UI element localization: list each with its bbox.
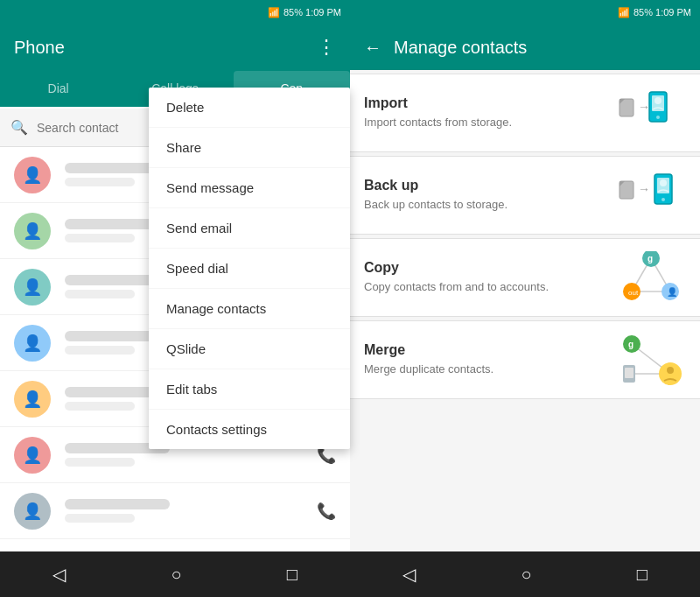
backup-desc: Back up contacts to storage. — [364, 197, 616, 213]
battery-icon-right: 85% 1:09 PM — [634, 7, 691, 18]
import-icon: → — [616, 87, 686, 139]
svg-text:out: out — [628, 289, 639, 297]
recent-button-right[interactable]: □ — [620, 556, 665, 593]
back-button[interactable]: ◁ — [35, 555, 83, 593]
back-button-right[interactable]: ◁ — [385, 555, 433, 593]
copy-title: Copy — [364, 260, 616, 276]
menu-item-contacts-settings[interactable]: Contacts settings — [149, 410, 350, 449]
phone-icon: 📞 — [317, 502, 336, 521]
app-bar-left: Phone ⋮ — [0, 25, 350, 70]
svg-text:g: g — [648, 254, 653, 263]
import-title: Import — [364, 95, 616, 111]
merge-title: Merge — [364, 342, 616, 358]
avatar: 👤 — [14, 381, 51, 418]
avatar: 👤 — [14, 493, 51, 530]
tab-dial[interactable]: Dial — [0, 71, 116, 106]
backup-info: Back up Back up contacts to storage. — [364, 178, 616, 213]
avatar: 👤 — [14, 213, 51, 249]
signal-icon-right: 📶 — [618, 7, 630, 18]
menu-item-send-email[interactable]: Send email — [149, 208, 350, 249]
avatar: 👤 — [14, 437, 51, 474]
avatar: 👤 — [14, 157, 51, 193]
home-button-right[interactable]: ○ — [503, 556, 549, 593]
svg-rect-28 — [625, 368, 634, 378]
svg-point-13 — [660, 179, 667, 186]
bottom-nav-left: ◁ ○ □ — [0, 551, 350, 597]
signal-icon: 📶 — [268, 7, 280, 18]
app-title: Phone — [14, 38, 317, 58]
import-card[interactable]: Import Import contacts from storage. → — [350, 74, 700, 152]
search-icon: 🔍 — [10, 119, 28, 136]
merge-icon: g — [616, 334, 686, 386]
status-bar-right: 📶 85% 1:09 PM — [350, 0, 700, 25]
menu-item-edit-tabs[interactable]: Edit tabs — [149, 369, 350, 410]
avatar: 👤 — [14, 325, 51, 362]
page-title: Manage contacts — [394, 38, 527, 58]
recent-button[interactable]: □ — [270, 556, 315, 593]
back-arrow[interactable]: ← — [364, 38, 382, 58]
contact-detail — [65, 178, 135, 186]
merge-card[interactable]: Merge Merge duplicate contacts. g — [350, 320, 700, 399]
contact-detail — [65, 290, 135, 298]
status-bar-left: 📶 85% 1:09 PM — [0, 0, 350, 25]
copy-info: Copy Copy contacts from and to accounts. — [364, 260, 616, 295]
menu-item-manage-contacts[interactable]: Manage contacts — [149, 289, 350, 329]
dropdown-menu: Delete Share Send message Send email Spe… — [149, 88, 350, 449]
backup-title: Back up — [364, 178, 616, 193]
copy-icon: g out 👤 — [616, 251, 686, 304]
svg-point-6 — [654, 97, 662, 104]
left-panel: 📶 85% 1:09 PM Phone ⋮ Dial Call logs Con… — [0, 0, 350, 597]
copy-card[interactable]: Copy Copy contacts from and to accounts.… — [350, 238, 700, 317]
menu-item-share[interactable]: Share — [149, 128, 350, 168]
svg-text:👤: 👤 — [667, 286, 678, 298]
contact-detail — [65, 346, 135, 355]
import-desc: Import contacts from storage. — [364, 115, 616, 130]
svg-text:→: → — [638, 182, 650, 196]
copy-desc: Copy contacts from and to accounts. — [364, 279, 616, 295]
contact-detail — [65, 458, 135, 467]
contact-info — [65, 499, 317, 523]
avatar: 👤 — [14, 269, 51, 306]
status-icons-right: 📶 85% 1:09 PM — [618, 7, 691, 18]
svg-text:→: → — [638, 100, 650, 114]
battery-icon: 85% 1:09 PM — [284, 7, 341, 18]
svg-point-12 — [662, 198, 665, 201]
contact-detail — [65, 402, 135, 411]
backup-icon: → — [616, 169, 686, 221]
list-item[interactable]: 👤 📞 — [0, 483, 350, 539]
svg-text:g: g — [628, 340, 634, 349]
status-icons-left: 📶 85% 1:09 PM — [268, 7, 341, 18]
right-panel: 📶 85% 1:09 PM ← Manage contacts Import I… — [350, 0, 700, 597]
merge-desc: Merge duplicate contacts. — [364, 362, 616, 377]
backup-card[interactable]: Back up Back up contacts to storage. → — [350, 156, 700, 235]
menu-item-delete[interactable]: Delete — [149, 88, 350, 128]
menu-item-send-message[interactable]: Send message — [149, 168, 350, 208]
svg-point-2 — [656, 116, 660, 119]
menu-item-speed-dial[interactable]: Speed dial — [149, 249, 350, 289]
home-button[interactable]: ○ — [153, 556, 199, 593]
menu-item-qslide[interactable]: QSlide — [149, 329, 350, 369]
merge-info: Merge Merge duplicate contacts. — [364, 342, 616, 377]
app-bar-right: ← Manage contacts — [350, 25, 700, 70]
contact-detail — [65, 514, 135, 523]
svg-point-30 — [667, 367, 674, 374]
contact-detail — [65, 234, 135, 242]
contact-name — [65, 499, 170, 509]
import-info: Import Import contacts from storage. — [364, 95, 616, 130]
more-options-icon[interactable]: ⋮ — [317, 36, 336, 59]
manage-content: Import Import contacts from storage. → — [350, 70, 700, 551]
bottom-nav-right: ◁ ○ □ — [350, 551, 700, 597]
